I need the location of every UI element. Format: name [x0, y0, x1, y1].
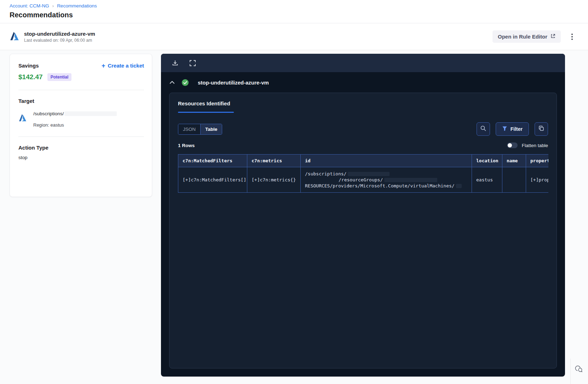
column-header-matched-filters[interactable]: c7n:MatchedFilters [178, 155, 247, 167]
table-actions: Filter [477, 122, 548, 136]
copy-button[interactable] [535, 122, 548, 136]
json-view-toggle[interactable]: JSON [178, 124, 200, 134]
column-header-metrics[interactable]: c7n:metrics [247, 155, 301, 167]
results-panel: stop-underutilized-azure-vm Resources Id… [161, 54, 565, 377]
flatten-table-toggle[interactable] [507, 142, 518, 148]
table-view-toggle[interactable]: Table [200, 124, 222, 134]
external-link-icon [550, 34, 555, 40]
target-row: /subscriptions/ Region: eastus [18, 111, 144, 128]
table-controls-row: JSON Table [178, 122, 548, 136]
azure-icon [10, 31, 19, 42]
resources-tab-label: Resources Identified [178, 100, 234, 106]
plus-icon: + [102, 63, 105, 68]
redacted-value [456, 184, 462, 188]
download-icon[interactable] [171, 59, 179, 67]
more-options-menu[interactable] [569, 32, 576, 41]
top-bar: Account: CCM-NG › Recommendations Recomm… [0, 0, 588, 23]
active-tab-indicator [178, 112, 234, 113]
success-check-icon [181, 79, 189, 86]
rule-section-header: stop-underutilized-azure-vm [161, 72, 565, 93]
help-rail-divider [570, 359, 571, 384]
column-header-properties[interactable]: propert [526, 155, 549, 167]
recommendation-details-card: Savings + Create a ticket $142.47 Potent… [10, 54, 152, 197]
target-path: /subscriptions/ [33, 111, 64, 116]
azure-icon [18, 114, 27, 128]
target-label: Target [18, 98, 144, 104]
action-type-label: Action Type [18, 145, 144, 151]
rows-summary-row: 1 Rows Flatten table [178, 142, 548, 148]
fullscreen-icon[interactable] [189, 59, 196, 67]
card-divider [18, 136, 144, 137]
id-line-3: RESOURCES/providers/Microsoft.Compute/vi… [305, 183, 455, 189]
cell-name [502, 167, 526, 193]
redacted-value [64, 111, 117, 116]
results-toolbar [161, 54, 565, 72]
resources-table: c7n:MatchedFilters c7n:metrics id locati… [178, 154, 548, 193]
action-type-value: stop [18, 155, 144, 160]
potential-badge: Potential [47, 73, 72, 81]
filter-button-label: Filter [511, 126, 523, 132]
column-header-location[interactable]: location [472, 155, 502, 167]
id-line-1: /subscriptions/ [305, 171, 346, 177]
create-ticket-label: Create a ticket [108, 63, 144, 69]
chevron-up-icon[interactable] [169, 81, 175, 84]
matched-filters-expand[interactable]: [+]c7n:MatchedFilters[] [183, 177, 246, 182]
view-mode-toggle: JSON Table [178, 124, 222, 135]
savings-row: Savings + Create a ticket [18, 63, 144, 69]
redacted-value [384, 178, 437, 182]
breadcrumb-recommendations-link[interactable]: Recommendations [57, 3, 97, 8]
properties-expand[interactable]: [+]prop [530, 177, 548, 182]
copy-icon [538, 125, 544, 133]
target-texts: /subscriptions/ Region: eastus [33, 111, 117, 128]
metrics-expand[interactable]: [+]c7n:metrics{} [252, 177, 296, 182]
breadcrumb: Account: CCM-NG › Recommendations [10, 3, 588, 8]
recommendation-name: stop-underutilized-azure-vm [24, 31, 95, 37]
cell-location: eastus [472, 167, 502, 193]
cell-properties[interactable]: [+]prop [526, 167, 549, 193]
cell-matched-filters[interactable]: [+]c7n:MatchedFilters[] [178, 167, 247, 193]
savings-amount-row: $142.47 Potential [18, 73, 144, 81]
chat-help-button[interactable] [574, 364, 583, 375]
savings-label: Savings [18, 63, 39, 69]
resources-card: Resources Identified JSON Table [169, 93, 557, 368]
table-row: [+]c7n:MatchedFilters[] [+]c7n:metrics{}… [178, 167, 549, 193]
search-icon [480, 125, 486, 133]
rule-section-title[interactable]: stop-underutilized-azure-vm [198, 80, 269, 86]
recommendation-header-actions: Open in Rule Editor [492, 30, 578, 43]
open-rule-editor-button[interactable]: Open in Rule Editor [492, 30, 561, 43]
id-line-2: /resourceGroups/ [339, 177, 383, 183]
card-divider [18, 90, 144, 90]
cell-metrics[interactable]: [+]c7n:metrics{} [247, 167, 301, 193]
cell-id: /subscriptions/ /resourceGroups/ RESOUR [301, 167, 472, 193]
recommendation-titles: stop-underutilized-azure-vm Last evaluat… [24, 31, 95, 43]
filter-icon [502, 126, 507, 133]
recommendation-identity: stop-underutilized-azure-vm Last evaluat… [10, 31, 95, 43]
column-header-name[interactable]: name [502, 155, 526, 167]
last-evaluated-text: Last evaluated on: 09 Apr, 06:00 am [24, 38, 95, 43]
chat-bubbles-icon [574, 369, 583, 375]
flatten-table-control: Flatten table [507, 142, 548, 148]
table-header-row: c7n:MatchedFilters c7n:metrics id locati… [178, 155, 549, 167]
resources-table-container[interactable]: c7n:MatchedFilters c7n:metrics id locati… [178, 154, 548, 193]
column-header-id[interactable]: id [301, 155, 472, 167]
savings-amount: $142.47 [18, 73, 43, 81]
create-ticket-link[interactable]: + Create a ticket [102, 63, 144, 69]
filter-button[interactable]: Filter [496, 122, 529, 136]
flatten-table-label: Flatten table [522, 143, 548, 148]
breadcrumb-separator: › [52, 3, 54, 8]
search-button[interactable] [477, 122, 490, 136]
recommendation-header: stop-underutilized-azure-vm Last evaluat… [0, 23, 588, 50]
target-region: Region: eastus [33, 122, 117, 128]
main-content: Savings + Create a ticket $142.47 Potent… [0, 50, 588, 384]
redacted-value [348, 172, 390, 176]
rows-count: 1 Rows [178, 143, 195, 148]
breadcrumb-account-link[interactable]: Account: CCM-NG [10, 3, 49, 8]
open-rule-editor-label: Open in Rule Editor [498, 34, 547, 40]
page-title: Recommendations [10, 11, 588, 19]
tab-resources-identified[interactable]: Resources Identified [178, 100, 234, 113]
